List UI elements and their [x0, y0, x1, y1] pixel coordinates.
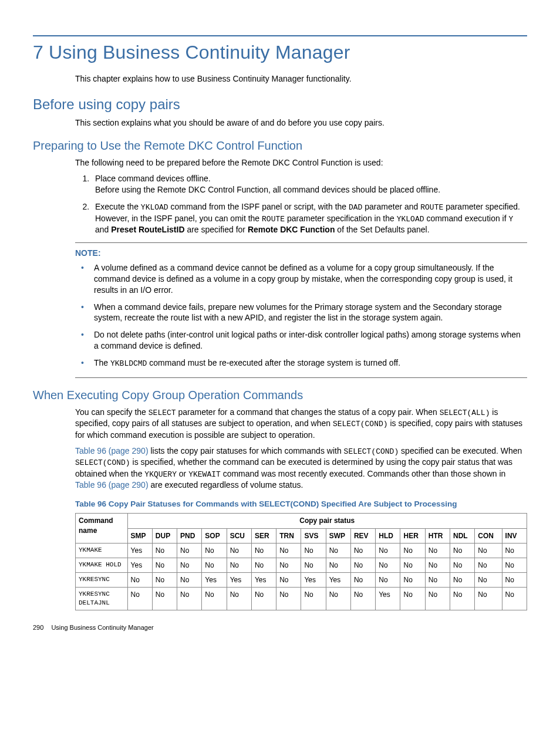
table-caption: Table 96 Copy Pair Statuses for Commands…: [75, 499, 527, 509]
section-before-using: Before using copy pairs: [33, 95, 527, 114]
status-cell: Yes: [227, 573, 251, 588]
sub1-intro: The following need to be prepared before…: [75, 157, 527, 168]
th-htr: HTR: [425, 528, 450, 543]
note-bullets: A volume defined as a command device can…: [75, 262, 527, 369]
note4-seg1: The: [94, 358, 110, 367]
status-cell: No: [177, 558, 202, 572]
status-cell: No: [227, 558, 251, 572]
status-cell: Yes: [202, 573, 227, 588]
s2p2-g: are executed regardless of volume status…: [149, 480, 303, 490]
status-cell: No: [450, 588, 475, 610]
status-cell: No: [152, 588, 177, 610]
th-ndl: NDL: [450, 528, 475, 543]
th-rev: REV: [350, 528, 375, 543]
status-cell: No: [502, 588, 527, 610]
note-bullet-1: A volume defined as a command device can…: [81, 262, 527, 296]
status-cell: No: [350, 588, 375, 610]
status-cell: No: [177, 588, 202, 610]
status-cell: No: [251, 543, 276, 558]
status-cell: No: [301, 558, 326, 572]
subsection-executing: When Executing Copy Group Operation Comm…: [33, 387, 527, 403]
status-cell: Yes: [376, 588, 400, 610]
cmd-cell: YKMAKE HOLD: [76, 558, 128, 572]
th-copy-pair-status: Copy pair status: [127, 514, 527, 528]
status-cell: No: [276, 588, 301, 610]
page-footer: 290 Using Business Continuity Manager: [33, 623, 527, 632]
th-scu: SCU: [227, 528, 251, 543]
status-cell: No: [276, 573, 301, 588]
s2p1-c1: SELECT: [149, 409, 176, 417]
note-label: NOTE:: [75, 248, 527, 259]
chapter-intro: This chapter explains how to use Busines…: [75, 73, 527, 85]
th-trn: TRN: [276, 528, 301, 543]
status-cell: No: [502, 543, 527, 558]
status-cell: No: [251, 588, 276, 610]
note-bullet-2: When a command device fails, prepare new…: [81, 302, 527, 324]
section1-text: This section explains what you should be…: [75, 117, 527, 129]
status-cell: No: [350, 573, 375, 588]
prepare-steps-list: Place command devices offline. Before us…: [75, 173, 527, 235]
status-cell: No: [127, 573, 152, 588]
status-cell: No: [475, 558, 502, 572]
th-sop: SOP: [202, 528, 227, 543]
status-cell: No: [251, 558, 276, 572]
step2-code4: ROUTE: [262, 215, 285, 224]
step2-seg9: of the Set Defaults panel.: [335, 225, 429, 234]
status-cell: No: [400, 573, 425, 588]
s2p2-b: specified can be executed. When: [399, 446, 522, 455]
status-cell: No: [450, 543, 475, 558]
status-cell: No: [202, 588, 227, 610]
step1-line1: Place command devices offline.: [95, 174, 211, 183]
status-cell: Yes: [326, 573, 350, 588]
s2p2-c3: YKQUERY: [144, 470, 177, 479]
table-row: YKMAKEYesNoNoNoNoNoNoNoNoNoNoNoNoNoNoNo: [76, 543, 527, 558]
status-cell: No: [502, 558, 527, 572]
s2p2-c4: YKEWAIT: [188, 470, 221, 479]
table-row: YKMAKE HOLDYesNoNoNoNoNoNoNoNoNoNoNoNoNo…: [76, 558, 527, 572]
status-cell: No: [152, 573, 177, 588]
status-cell: No: [127, 588, 152, 610]
status-cell: No: [202, 543, 227, 558]
status-cell: No: [326, 543, 350, 558]
table96-link-2[interactable]: Table 96 (page 290): [75, 480, 149, 490]
s2p1-a: You can specify the: [75, 407, 149, 417]
status-cell: No: [475, 573, 502, 588]
s2p1-c2: SELECT(ALL): [440, 409, 490, 417]
s2p1-c3: SELECT(COND): [333, 420, 388, 428]
step2-code3: ROUTE: [420, 203, 443, 212]
status-cell: No: [425, 543, 450, 558]
status-cell: No: [376, 573, 400, 588]
status-cell: No: [152, 543, 177, 558]
th-ser: SER: [251, 528, 276, 543]
th-smp: SMP: [127, 528, 152, 543]
step2-bold2: Remote DKC Function: [248, 225, 335, 234]
th-hld: HLD: [376, 528, 400, 543]
status-cell: No: [475, 543, 502, 558]
s2p2-f: command was most recently executed. Comm…: [221, 469, 506, 478]
table96-link-1[interactable]: Table 96 (page 290): [75, 446, 149, 455]
status-cell: No: [425, 558, 450, 572]
note4-code: YKBLDCMD: [110, 359, 147, 368]
status-cell: No: [400, 588, 425, 610]
status-cell: No: [301, 543, 326, 558]
step2-seg5: parameter specification in the: [285, 214, 397, 223]
status-cell: No: [475, 588, 502, 610]
status-cell: No: [202, 558, 227, 572]
s2p2-e: or: [177, 469, 188, 478]
th-con: CON: [475, 528, 502, 543]
step1-line2: Before using the Remote DKC Control Func…: [95, 185, 440, 194]
status-cell: Yes: [127, 543, 152, 558]
chapter-title: 7 Using Business Continuity Manager: [33, 40, 527, 65]
th-command-name: Command name: [76, 514, 128, 543]
status-cell: Yes: [301, 573, 326, 588]
status-cell: Yes: [251, 573, 276, 588]
sub2-p2: Table 96 (page 290) lists the copy pair …: [75, 445, 527, 491]
status-cell: No: [425, 573, 450, 588]
status-cell: No: [425, 588, 450, 610]
status-cell: No: [350, 558, 375, 572]
th-pnd: PND: [177, 528, 202, 543]
step2-seg8: are specified for: [185, 225, 248, 234]
cmd-cell: YKRESYNC: [76, 573, 128, 588]
step2-seg1: Execute the: [95, 202, 141, 211]
status-cell: No: [276, 558, 301, 572]
